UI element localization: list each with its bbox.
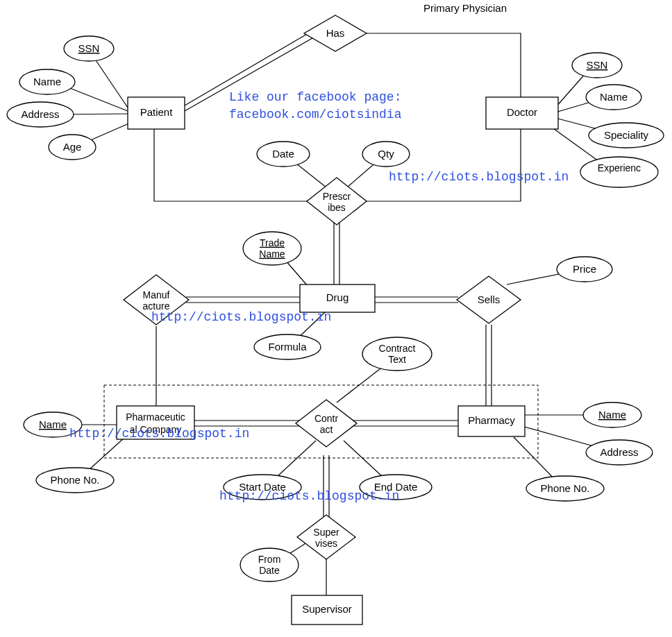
label-prescribes-1: Prescr xyxy=(323,191,351,202)
attr-patient-name: Name xyxy=(19,69,75,94)
rel-contract: Contr act xyxy=(296,400,357,447)
attr-prescribes-qty: Qty xyxy=(362,142,410,167)
label-sells: Sells xyxy=(478,294,501,305)
entity-drug: Drug xyxy=(300,284,375,312)
entity-patient: Patient xyxy=(128,97,185,129)
svg-text:Speciality: Speciality xyxy=(604,129,649,141)
entity-pharmacy: Pharmacy xyxy=(458,406,525,436)
svg-text:Qty: Qty xyxy=(378,148,394,160)
watermark-url-3: http://ciots.blogspot.in xyxy=(69,427,249,441)
svg-text:Contract: Contract xyxy=(379,343,416,354)
svg-text:Name: Name xyxy=(600,91,628,103)
attr-doctor-experience: Experienc xyxy=(580,157,658,187)
svg-text:Address: Address xyxy=(21,108,59,120)
watermark-url-1: http://ciots.blogspot.in xyxy=(389,170,569,184)
label-drug: Drug xyxy=(326,291,349,303)
svg-text:Text: Text xyxy=(388,354,406,365)
label-supervises-2: vises xyxy=(315,538,337,549)
er-diagram: Patient Doctor Drug Pharmaceutic al Comp… xyxy=(0,0,672,637)
label-pharmacy: Pharmacy xyxy=(468,414,515,426)
label-supervises-1: Super xyxy=(313,527,339,538)
svg-text:Name: Name xyxy=(259,248,285,260)
svg-text:SSN: SSN xyxy=(78,42,100,54)
svg-text:Trade: Trade xyxy=(260,237,285,248)
attr-pharmacy-address: Address xyxy=(586,440,653,465)
attr-pharmaco-phone: Phone No. xyxy=(36,468,114,493)
label-primary-physician: Primary Physician xyxy=(423,2,507,14)
svg-text:Age: Age xyxy=(63,141,82,153)
watermark-url-2: http://ciots.blogspot.in xyxy=(151,310,331,324)
svg-text:Price: Price xyxy=(573,263,596,275)
watermark-url-4: http://ciots.blogspot.in xyxy=(219,489,399,503)
label-doctor: Doctor xyxy=(507,106,537,118)
label-has: Has xyxy=(326,27,345,39)
svg-text:Formula: Formula xyxy=(268,341,307,353)
attr-doctor-name: Name xyxy=(586,85,641,110)
svg-text:Phone No.: Phone No. xyxy=(51,474,100,486)
attr-patient-age: Age xyxy=(49,135,96,160)
attr-supervises-from: From Date xyxy=(240,548,299,581)
label-contract-1: Contr xyxy=(314,413,339,424)
svg-text:Name: Name xyxy=(33,76,61,87)
label-prescribes-2: ibes xyxy=(328,202,346,213)
attr-doctor-speciality: Speciality xyxy=(589,123,664,148)
label-manufacture-1: Manuf xyxy=(143,289,170,300)
svg-text:Date: Date xyxy=(272,148,294,160)
svg-text:Address: Address xyxy=(600,446,638,458)
attr-pharmacy-phone: Phone No. xyxy=(526,476,604,501)
entity-supervisor: Supervisor xyxy=(292,595,362,625)
rel-prescribes: Prescr ibes xyxy=(307,178,367,225)
attr-contract-text: Contract Text xyxy=(362,337,432,371)
svg-text:Name: Name xyxy=(39,418,67,430)
attr-sells-price: Price xyxy=(557,257,612,282)
attr-pharmacy-name: Name xyxy=(583,402,641,427)
attr-doctor-ssn: SSN xyxy=(572,53,622,78)
attr-patient-address: Address xyxy=(7,102,74,127)
edge-has-doctor xyxy=(361,33,521,97)
svg-text:Experienc: Experienc xyxy=(598,162,641,173)
svg-text:SSN: SSN xyxy=(587,59,608,71)
entity-doctor: Doctor xyxy=(486,97,558,129)
watermark-fb-2: facebook.com/ciotsindia xyxy=(229,108,402,121)
attr-drug-formula: Formula xyxy=(254,334,321,359)
label-patient: Patient xyxy=(140,106,174,118)
rel-supervises: Super vises xyxy=(297,515,355,559)
rel-has: Has xyxy=(304,15,367,51)
label-supervisor: Supervisor xyxy=(302,603,352,615)
attr-patient-ssn: SSN xyxy=(64,36,114,61)
svg-text:Date: Date xyxy=(259,565,280,576)
svg-text:From: From xyxy=(258,554,281,565)
watermark-fb-1: Like our facebook page: xyxy=(229,90,401,104)
attr-prescribes-date: Date xyxy=(257,142,310,167)
label-contract-2: act xyxy=(320,424,333,435)
svg-text:Phone No.: Phone No. xyxy=(541,482,590,494)
svg-text:Name: Name xyxy=(598,409,626,421)
label-pharmaco-1: Pharmaceutic xyxy=(126,411,185,423)
attr-drug-tradename: Trade Name xyxy=(243,232,301,265)
